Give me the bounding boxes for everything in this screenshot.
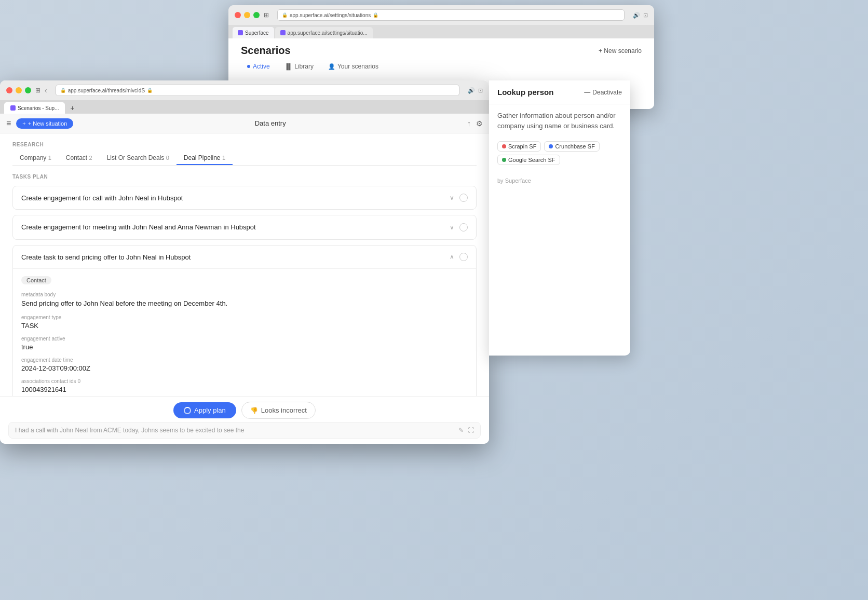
page-title: Data entry: [78, 119, 462, 127]
url-text: app.superface.ai/settings/situations: [290, 12, 371, 18]
task-header-controls-3: ∧: [450, 253, 468, 261]
lock-icon2: 🔒: [373, 12, 378, 18]
apply-plan-label: Apply plan: [194, 406, 226, 414]
panel-sources: Scrapin SF Crunchbase SF Google Search S…: [489, 137, 630, 169]
browser-tab-superface[interactable]: Superface: [233, 27, 274, 38]
superface-favicon: [238, 30, 243, 35]
google-label: Google Search SF: [508, 157, 555, 163]
field-label-eng-date: engagement date time: [21, 357, 468, 363]
company-label: Company: [20, 154, 48, 161]
field-value-eng-active: true: [21, 343, 468, 351]
upload-icon[interactable]: ↑: [467, 119, 471, 128]
window-icon-front: ⊞: [35, 87, 40, 94]
scenarios-tab-library[interactable]: ▐▌ Library: [278, 61, 320, 72]
source-crunchbase: Crunchbase SF: [544, 141, 599, 152]
main-content: RESEARCH Company 1 Contact 2 List Or Sea…: [0, 133, 489, 412]
chevron-up-icon: ∧: [450, 253, 454, 261]
chevron-down-icon-2: ∨: [450, 224, 454, 231]
task-card-3: Create task to send pricing offer to Joh…: [12, 245, 477, 402]
research-tabs: Company 1 Contact 2 List Or Search Deals…: [12, 152, 477, 166]
looks-incorrect-button[interactable]: 👎 Looks incorrect: [241, 402, 316, 419]
tasks-section: TASKS PLAN Create engagement for call wi…: [12, 174, 477, 402]
task-checkbox-3[interactable]: [459, 253, 468, 261]
task-header-1[interactable]: Create engagement for call with John Nea…: [13, 186, 476, 209]
maximize-button[interactable]: [253, 12, 260, 18]
task-header-2[interactable]: Create engagement for meeting with John …: [13, 215, 476, 239]
edit-icon[interactable]: ✎: [458, 427, 464, 434]
research-tab-list-search[interactable]: List Or Search Deals 0: [100, 152, 177, 165]
page-actions: ↑ ⚙: [467, 119, 483, 128]
field-engagement-datetime: engagement date time 2024-12-03T09:00:00…: [21, 357, 468, 372]
deactivate-button[interactable]: — Deactivate: [584, 89, 622, 96]
research-tab-deal-pipeline[interactable]: Deal Pipeline 1: [177, 152, 233, 165]
traffic-lights: [235, 12, 260, 18]
new-situation-button[interactable]: + + New situation: [16, 118, 73, 129]
task-header-3[interactable]: Create task to send pricing offer to Joh…: [13, 246, 476, 268]
scrapin-label: Scrapin SF: [508, 143, 536, 149]
front-tab-label: Scenarios - Sup...: [18, 105, 59, 111]
back-nav-icon[interactable]: ‹: [45, 86, 47, 94]
hamburger-icon[interactable]: ≡: [6, 119, 11, 128]
minus-icon: —: [584, 89, 590, 96]
task-title-1: Create engagement for call with John Nea…: [21, 194, 450, 202]
panel-title: Lookup person: [497, 88, 553, 97]
traffic-lights-front: [6, 87, 31, 93]
url-bar-front[interactable]: 🔒 app.superface.ai/threads/mlvcIdS 🔒: [56, 85, 459, 96]
scenarios-tab-your[interactable]: 👤 Your scenarios: [322, 61, 385, 72]
bottom-action-bar: Apply plan 👎 Looks incorrect I had a cal…: [0, 396, 489, 444]
app-nav-bar: ≡ + + New situation Data entry ↑ ⚙: [0, 114, 489, 133]
scenarios-tabs-container: Active ▐▌ Library 👤 Your scenarios: [241, 61, 642, 72]
scenarios-tab-active[interactable]: Active: [241, 61, 276, 72]
panel-description: Gather information about person and/or c…: [489, 104, 630, 137]
browser-tab-settings[interactable]: app.superface.ai/settings/situatio...: [275, 27, 373, 38]
field-label-eng-active: engagement active: [21, 336, 468, 342]
url-text-front: app.superface.ai/threads/mlvcIdS: [68, 88, 145, 93]
field-value-assoc: 100043921641: [21, 386, 468, 393]
task-tag: Contact: [21, 276, 51, 284]
close-button[interactable]: [235, 12, 241, 18]
field-metadata-body: metadata body Send pricing offer to John…: [21, 292, 468, 308]
tab-label-settings: app.superface.ai/settings/situatio...: [288, 30, 368, 36]
front-browser-tab[interactable]: Scenarios - Sup...: [4, 102, 65, 114]
field-value-metadata: Send pricing offer to John Neal before t…: [21, 299, 468, 308]
lock-icon: 🔒: [282, 12, 288, 18]
task-checkbox-1[interactable]: [459, 194, 468, 202]
expand-icon[interactable]: ⛶: [468, 427, 474, 434]
thumbdown-icon: 👎: [250, 407, 258, 414]
new-tab-button[interactable]: +: [66, 102, 78, 114]
task-checkbox-2[interactable]: [459, 223, 468, 231]
close-front[interactable]: [6, 87, 12, 93]
input-text-preview: I had a call with John Neal from ACME to…: [15, 427, 244, 434]
task-card-1: Create engagement for call with John Nea…: [12, 186, 477, 210]
your-scenarios-label: Your scenarios: [337, 63, 378, 70]
crunchbase-label: Crunchbase SF: [555, 143, 594, 149]
lookup-person-panel: Lookup person — Deactivate Gather inform…: [489, 80, 630, 356]
settings-icon[interactable]: ⚙: [476, 119, 483, 128]
field-engagement-type: engagement type TASK: [21, 315, 468, 330]
front-tab-bar: Scenarios - Sup... +: [0, 100, 489, 114]
contact-count: 2: [89, 155, 92, 161]
text-input-area[interactable]: I had a call with John Neal from ACME to…: [8, 422, 481, 439]
browser-controls-front: 🔊 ⊡: [468, 87, 483, 94]
maximize-front[interactable]: [25, 87, 31, 93]
research-tab-company[interactable]: Company 1: [12, 152, 59, 165]
crunchbase-dot: [549, 144, 553, 148]
minimize-front[interactable]: [16, 87, 22, 93]
lock-icon-front: 🔒: [60, 88, 66, 93]
research-label: RESEARCH: [12, 142, 477, 147]
new-situation-label: + New situation: [28, 120, 67, 127]
new-scenario-button[interactable]: + New scenario: [599, 47, 642, 54]
panel-header: Lookup person — Deactivate: [489, 80, 630, 104]
task-title-3: Create task to send pricing offer to Joh…: [21, 253, 443, 261]
field-associations: associations contact ids 0 100043921641: [21, 378, 468, 393]
apply-plan-button[interactable]: Apply plan: [173, 402, 236, 418]
settings-favicon: [280, 30, 286, 35]
research-section: RESEARCH Company 1 Contact 2 List Or Sea…: [12, 142, 477, 166]
deal-pipeline-label: Deal Pipeline: [184, 154, 222, 161]
minimize-button[interactable]: [244, 12, 250, 18]
field-value-eng-date: 2024-12-03T09:00:00Z: [21, 364, 468, 372]
research-tab-contact[interactable]: Contact 2: [59, 152, 100, 165]
url-bar-back[interactable]: 🔒 app.superface.ai/settings/situations 🔒: [277, 9, 625, 21]
scenarios-favicon: [10, 105, 16, 111]
apply-icon: [184, 407, 191, 414]
